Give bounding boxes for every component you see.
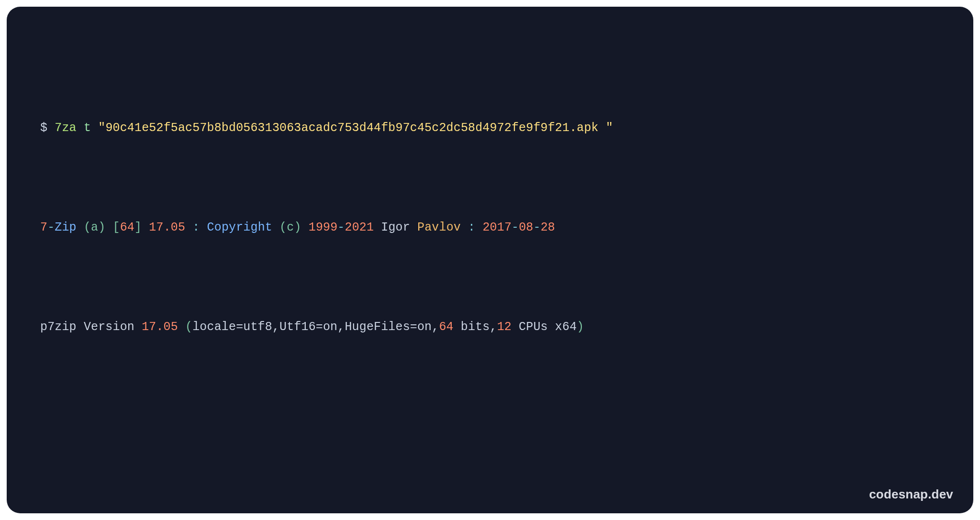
blank-line [40, 414, 940, 439]
watermark-label: codesnap.dev [869, 487, 953, 502]
p7zip-version-line: p7zip Version 17.05 (locale=utf8,Utf16=o… [40, 315, 940, 340]
seven-zip-banner: 7-Zip (a) [64] 17.05 : Copyright (c) 199… [40, 215, 940, 240]
terminal-window: $ 7za t "90c41e52f5ac57b8bd056313063acad… [7, 7, 973, 513]
command-name: 7za [55, 121, 76, 135]
command-line: $ 7za t "90c41e52f5ac57b8bd056313063acad… [40, 116, 940, 141]
command-flag: t [84, 121, 91, 135]
shell-prompt: $ [40, 121, 55, 135]
apk-filename: 90c41e52f5ac57b8bd056313063acadc753d44fb… [105, 121, 606, 135]
string-close: " [606, 121, 613, 135]
string-open: " [98, 121, 105, 135]
terminal-output: $ 7za t "90c41e52f5ac57b8bd056313063acad… [40, 41, 940, 485]
